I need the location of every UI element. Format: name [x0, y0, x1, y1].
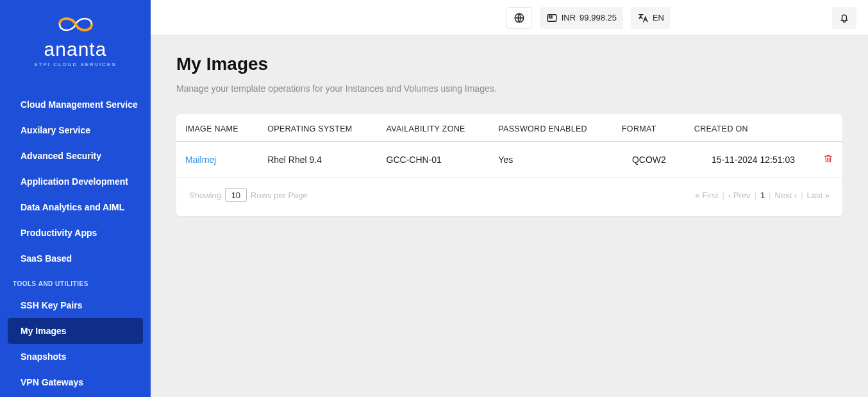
rows-per-page: Showing Rows per Page	[189, 188, 308, 202]
sep: |	[769, 190, 771, 200]
label: SSH Key Pairs	[21, 300, 83, 310]
label: Advanced Security	[21, 151, 101, 161]
col-actions	[814, 114, 842, 142]
sep: |	[754, 190, 756, 200]
bell-icon	[839, 12, 850, 24]
cell-os: Rhel Rhel 9.4	[258, 142, 377, 178]
pager-first[interactable]: « First	[695, 190, 718, 200]
infinity-icon	[47, 12, 104, 37]
pager: « First | ‹ Prev | 1 | Next › | Last »	[695, 190, 830, 200]
brand-name: ananta	[0, 38, 151, 60]
nav-item-my-images[interactable]: My Images	[8, 318, 143, 344]
cell-action	[814, 142, 842, 178]
cell-image-name: Mailmej	[176, 142, 258, 178]
label: SaaS Based	[21, 253, 72, 264]
pager-next[interactable]: Next ›	[775, 190, 797, 200]
nav-header-tools: TOOLS AND UTILITIES	[0, 271, 151, 292]
sep: |	[801, 190, 803, 200]
label: Application Development	[21, 176, 128, 187]
svg-rect-2	[549, 16, 552, 18]
lang-button[interactable]: EN	[631, 7, 671, 29]
label: Productivity Apps	[21, 228, 97, 238]
pager-prev[interactable]: ‹ Prev	[728, 190, 751, 200]
globe-icon	[513, 12, 525, 24]
nav-item-data-analytics[interactable]: Data Analytics and AIML	[0, 194, 151, 220]
sidebar: ananta STPI CLOUD SERVICES Cloud Managem…	[0, 0, 151, 397]
nav-item-app-dev[interactable]: Application Development	[0, 169, 151, 194]
label: VPN Gateways	[21, 377, 83, 387]
col-password-enabled: PASSWORD ENABLED	[489, 114, 613, 142]
nav-item-vpn-gateways[interactable]: VPN Gateways	[0, 369, 151, 395]
brand-sub: STPI CLOUD SERVICES	[0, 62, 151, 67]
balance-value: 99,998.25	[580, 13, 617, 22]
balance-currency: INR	[562, 13, 576, 22]
nav: Cloud Management Service Auxilary Servic…	[0, 74, 151, 395]
showing-label: Showing	[189, 190, 221, 200]
image-link[interactable]: Mailmej	[185, 155, 216, 165]
page-subtitle: Manage your template operations for your…	[176, 83, 842, 94]
page-title: My Images	[176, 54, 842, 74]
globe-button[interactable]	[506, 7, 532, 29]
nav-item-snapshots[interactable]: Snapshots	[0, 344, 151, 369]
cell-password: Yes	[489, 142, 613, 178]
topbar: INR 99,998.25 EN	[151, 0, 868, 36]
cell-created: 15-11-2024 12:51:03	[685, 142, 814, 178]
label: My Images	[21, 326, 67, 336]
cell-zone: GCC-CHN-01	[378, 142, 490, 178]
content: My Images Manage your template operation…	[151, 36, 868, 234]
col-image-name: IMAGE NAME	[176, 114, 258, 142]
table-header-row: IMAGE NAME OPERATING SYSTEM AVAILABILITY…	[176, 114, 842, 142]
images-card: IMAGE NAME OPERATING SYSTEM AVAILABILITY…	[176, 114, 842, 216]
nav-item-advanced-security[interactable]: Advanced Security	[0, 143, 151, 169]
label: Data Analytics and AIML	[21, 202, 124, 212]
nav-item-ssh-key[interactable]: SSH Key Pairs	[0, 292, 151, 318]
pager-last[interactable]: Last »	[807, 190, 830, 200]
nav-item-cloud-management[interactable]: Cloud Management Service	[0, 92, 151, 117]
col-zone: AVAILABILITY ZONE	[378, 114, 490, 142]
delete-button[interactable]	[823, 155, 833, 165]
col-format: FORMAT	[613, 114, 685, 142]
col-created-on: CREATED ON	[685, 114, 814, 142]
table-row: Mailmej Rhel Rhel 9.4 GCC-CHN-01 Yes QCO…	[176, 142, 842, 178]
sep: |	[722, 190, 724, 200]
label: Auxilary Service	[21, 125, 90, 135]
nav-item-saas[interactable]: SaaS Based	[0, 246, 151, 271]
label: Snapshots	[21, 351, 67, 362]
rows-input[interactable]	[225, 188, 247, 202]
lang-label: EN	[653, 13, 664, 22]
notifications-button[interactable]	[832, 7, 856, 29]
translate-icon	[637, 12, 649, 24]
cell-format: QCOW2	[613, 142, 685, 178]
brand-logo-block: ananta STPI CLOUD SERVICES	[0, 0, 151, 74]
nav-item-auxilary-service[interactable]: Auxilary Service	[0, 117, 151, 143]
images-table: IMAGE NAME OPERATING SYSTEM AVAILABILITY…	[176, 114, 842, 178]
nav-item-productivity[interactable]: Productivity Apps	[0, 220, 151, 246]
col-os: OPERATING SYSTEM	[258, 114, 377, 142]
main: INR 99,998.25 EN My Images Manage your t…	[151, 0, 868, 397]
label: Cloud Management Service	[21, 99, 138, 110]
table-footer: Showing Rows per Page « First | ‹ Prev |…	[176, 178, 842, 216]
rows-per-label: Rows per Page	[251, 190, 308, 200]
trash-icon	[823, 153, 833, 164]
balance-chip[interactable]: INR 99,998.25	[540, 7, 623, 29]
pager-current: 1	[760, 190, 765, 200]
wallet-icon	[546, 12, 558, 24]
